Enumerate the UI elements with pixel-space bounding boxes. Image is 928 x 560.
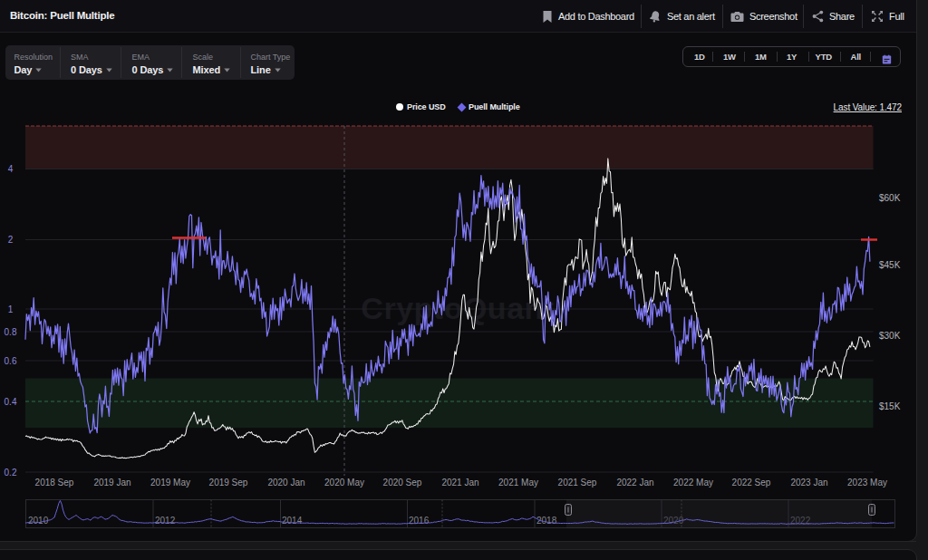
svg-text:2021 Jan: 2021 Jan	[441, 478, 478, 488]
svg-text:2012: 2012	[155, 516, 176, 526]
svg-text:0.4: 0.4	[5, 397, 17, 407]
svg-text:1: 1	[8, 304, 14, 314]
svg-text:$45K: $45K	[879, 260, 901, 270]
svg-text:4: 4	[8, 164, 14, 174]
svg-text:2021 Sep: 2021 Sep	[558, 478, 597, 488]
svg-text:0.6: 0.6	[5, 356, 17, 366]
svg-text:2023 Jan: 2023 Jan	[790, 478, 827, 488]
svg-text:$60K: $60K	[879, 193, 901, 203]
svg-text:2019 Sep: 2019 Sep	[209, 478, 248, 488]
svg-text:0.2: 0.2	[5, 468, 17, 478]
svg-text:2020 Jan: 2020 Jan	[267, 478, 304, 488]
svg-text:2020 Sep: 2020 Sep	[383, 478, 422, 488]
svg-text:$15K: $15K	[879, 401, 901, 411]
svg-text:2014: 2014	[282, 516, 303, 526]
svg-text:2022 Sep: 2022 Sep	[732, 478, 771, 488]
svg-text:2018 Sep: 2018 Sep	[35, 478, 74, 488]
svg-text:2020 May: 2020 May	[324, 478, 364, 488]
svg-text:2010: 2010	[28, 516, 49, 526]
svg-text:2019 May: 2019 May	[150, 478, 190, 488]
svg-text:$30K: $30K	[879, 331, 901, 341]
svg-text:2022 May: 2022 May	[673, 478, 713, 488]
svg-text:2022 Jan: 2022 Jan	[616, 478, 653, 488]
svg-text:2019 Jan: 2019 Jan	[93, 478, 130, 488]
svg-text:0.8: 0.8	[5, 327, 17, 337]
svg-text:2023 May: 2023 May	[847, 478, 887, 488]
svg-text:2: 2	[8, 235, 14, 245]
svg-text:CryptoQuant: CryptoQuant	[361, 291, 554, 325]
svg-text:2021 May: 2021 May	[498, 478, 538, 488]
